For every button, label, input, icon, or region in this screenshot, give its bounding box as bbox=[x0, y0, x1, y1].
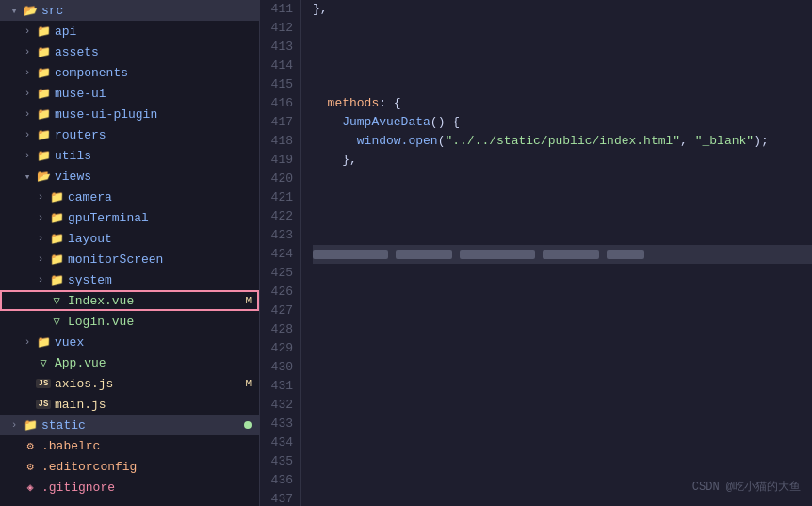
line-number: 435 bbox=[264, 452, 293, 471]
code-line bbox=[313, 358, 812, 377]
token: JumpAvueData bbox=[313, 115, 430, 129]
modified-badge: M bbox=[245, 378, 252, 389]
item-label: .editorconfig bbox=[41, 460, 259, 474]
js-icon: JS bbox=[36, 400, 51, 409]
vue-icon: ▽ bbox=[36, 356, 51, 370]
item-label: axios.js bbox=[55, 377, 245, 391]
sidebar-item-.babelrc[interactable]: ⚙.babelrc bbox=[0, 435, 259, 456]
folder-icon: 📁 bbox=[49, 232, 64, 246]
folder-icon: 📁 bbox=[36, 24, 51, 39]
sidebar-item-src[interactable]: ▾📂src bbox=[0, 0, 259, 21]
line-number: 425 bbox=[264, 264, 293, 283]
arrow-icon: ▾ bbox=[8, 5, 21, 17]
item-label: .babelrc bbox=[41, 439, 259, 453]
code-line bbox=[313, 396, 812, 415]
sidebar-item-.editorconfig[interactable]: ⚙.editorconfig bbox=[0, 456, 259, 477]
sidebar-item-monitorScreen[interactable]: ›📁monitorScreen bbox=[0, 249, 259, 269]
line-number: 427 bbox=[264, 302, 293, 320]
file-explorer: ▾📂src›📁api›📁assets›📁components›📁muse-ui›… bbox=[0, 0, 260, 506]
sidebar-item-static[interactable]: ›📁static bbox=[0, 415, 259, 435]
sidebar-item-.gitignore[interactable]: ◈.gitignore bbox=[0, 477, 259, 498]
line-number: 437 bbox=[264, 490, 293, 506]
line-number: 421 bbox=[264, 188, 293, 207]
code-line bbox=[313, 320, 812, 339]
sidebar-item-components[interactable]: ›📁components bbox=[0, 62, 259, 83]
sidebar-item-layout[interactable]: ›📁layout bbox=[0, 228, 259, 249]
code-line bbox=[313, 302, 812, 320]
token: "../../static/public/index.html" bbox=[445, 134, 680, 148]
line-number: 433 bbox=[264, 415, 293, 433]
modified-badge: M bbox=[245, 295, 252, 306]
item-label: static bbox=[41, 418, 244, 433]
sidebar-item-routers[interactable]: ›📁routers bbox=[0, 124, 259, 145]
line-number: 412 bbox=[264, 19, 293, 38]
sidebar-item-App.vue[interactable]: ▽App.vue bbox=[0, 352, 259, 373]
sidebar-item-gpuTerminal[interactable]: ›📁gpuTerminal bbox=[0, 207, 259, 228]
token bbox=[313, 134, 357, 148]
folder-icon: 📁 bbox=[36, 87, 51, 101]
js-icon: JS bbox=[36, 379, 51, 388]
line-number: 418 bbox=[264, 132, 293, 151]
config-icon: ⚙ bbox=[23, 460, 38, 474]
item-label: components bbox=[55, 66, 259, 80]
sidebar-item-assets[interactable]: ›📁assets bbox=[0, 41, 259, 62]
folder-icon: 📁 bbox=[36, 335, 51, 350]
folder-icon: 📂 bbox=[23, 4, 38, 18]
token: window.open bbox=[357, 134, 438, 148]
folder-icon: 📁 bbox=[36, 128, 51, 142]
line-number: 419 bbox=[264, 151, 293, 170]
arrow-icon: › bbox=[34, 274, 47, 286]
sidebar-item-system[interactable]: ›📁system bbox=[0, 269, 259, 290]
item-label: layout bbox=[68, 232, 259, 246]
code-line bbox=[313, 377, 812, 396]
arrow-icon: › bbox=[8, 419, 21, 431]
token: "_blank" bbox=[695, 134, 754, 148]
line-number: 416 bbox=[264, 94, 293, 113]
watermark: CSDN @吃小猫的大鱼 bbox=[692, 479, 801, 495]
item-label: src bbox=[41, 4, 259, 18]
item-label: muse-ui-plugin bbox=[55, 107, 259, 122]
sidebar-item-views[interactable]: ▾📂views bbox=[0, 166, 259, 187]
code-line: JumpAvueData() { bbox=[313, 113, 812, 132]
arrow-icon: › bbox=[34, 191, 47, 203]
sidebar-item-Login.vue[interactable]: ▽Login.vue bbox=[0, 311, 259, 332]
folder-icon: 📁 bbox=[49, 253, 64, 267]
folder-icon: 📂 bbox=[36, 170, 51, 184]
token: , bbox=[680, 134, 695, 148]
token: }, bbox=[313, 153, 357, 167]
item-label: Login.vue bbox=[68, 315, 259, 329]
item-label: monitorScreen bbox=[68, 253, 259, 267]
vue-icon: ▽ bbox=[49, 315, 64, 329]
sidebar-item-camera[interactable]: ›📁camera bbox=[0, 187, 259, 207]
code-line bbox=[313, 38, 812, 57]
code-line bbox=[313, 283, 812, 302]
line-numbers: 4114124134144154164174184194204214224234… bbox=[260, 0, 301, 506]
line-number: 424 bbox=[264, 245, 293, 264]
line-number: 434 bbox=[264, 433, 293, 452]
code-line bbox=[313, 170, 812, 188]
item-label: camera bbox=[68, 190, 259, 204]
sidebar-item-vuex[interactable]: ›📁vuex bbox=[0, 332, 259, 352]
code-content: }, methods: { JumpAvueData() { window.op… bbox=[301, 0, 812, 506]
code-line: window.open("../../static/public/index.h… bbox=[313, 132, 812, 151]
sidebar-item-utils[interactable]: ›📁utils bbox=[0, 145, 259, 166]
arrow-icon: › bbox=[21, 150, 34, 161]
folder-icon: 📁 bbox=[36, 66, 51, 80]
line-number: 413 bbox=[264, 38, 293, 57]
arrow-icon: › bbox=[21, 67, 34, 78]
sidebar-item-Index.vue[interactable]: ▽Index.vueM bbox=[0, 290, 259, 311]
arrow-icon: › bbox=[21, 108, 34, 120]
item-label: vuex bbox=[55, 335, 259, 350]
code-editor: 4114124134144154164174184194204214224234… bbox=[260, 0, 812, 506]
code-line bbox=[313, 245, 812, 264]
sidebar-item-muse-ui[interactable]: ›📁muse-ui bbox=[0, 83, 259, 104]
arrow-icon: › bbox=[21, 46, 34, 57]
sidebar-item-api[interactable]: ›📁api bbox=[0, 21, 259, 41]
sidebar-item-axios.js[interactable]: JSaxios.jsM bbox=[0, 373, 259, 394]
sidebar-item-main.js[interactable]: JSmain.js bbox=[0, 394, 259, 415]
sidebar-item-muse-ui-plugin[interactable]: ›📁muse-ui-plugin bbox=[0, 104, 259, 124]
folder-icon: 📁 bbox=[36, 45, 51, 59]
line-number: 422 bbox=[264, 207, 293, 226]
code-line bbox=[313, 57, 812, 75]
code-line bbox=[313, 226, 812, 245]
